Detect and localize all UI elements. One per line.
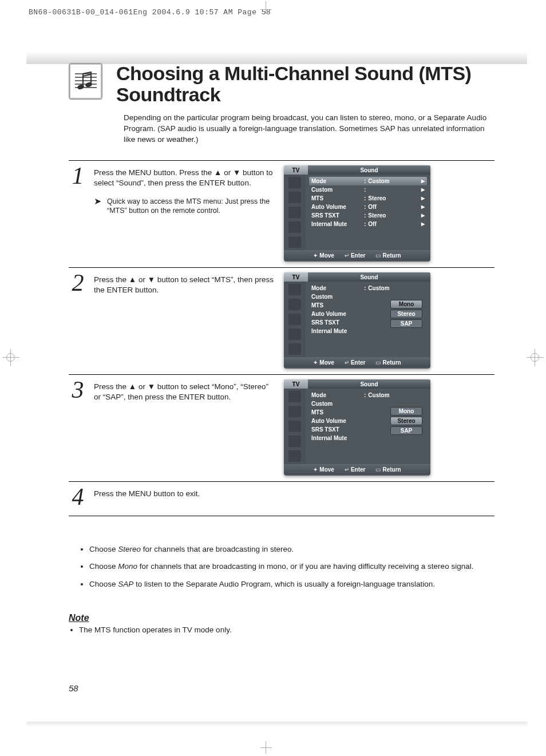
osd-popup-option: Mono bbox=[390, 407, 422, 415]
osd-category-icon bbox=[288, 436, 301, 447]
osd-panel: TVSoundMode:CustomCustomMTSAuto VolumeSR… bbox=[284, 379, 430, 476]
osd-popup: MonoStereoSAP bbox=[390, 407, 422, 435]
osd-item-label: Custom bbox=[311, 294, 362, 300]
osd-item-label: Internal Mute bbox=[311, 328, 362, 334]
osd-column: TVSoundMode:CustomCustomMTSAuto VolumeSR… bbox=[284, 379, 433, 476]
osd-category-icon bbox=[288, 192, 301, 203]
osd-source-tab: TV bbox=[284, 379, 308, 389]
osd-help-enter: ↵Enter bbox=[345, 466, 366, 473]
step-row: 2Press the ▲ or ▼ button to select “MTS”… bbox=[69, 268, 494, 375]
osd-colon: : bbox=[364, 178, 366, 184]
osd-category-icons bbox=[284, 175, 306, 250]
osd-item-row: Mode:Custom▶ bbox=[309, 177, 427, 185]
osd-help-return: ▭Return bbox=[375, 466, 401, 473]
chevron-right-icon: ▶ bbox=[421, 221, 425, 227]
osd-category-icon bbox=[288, 406, 301, 417]
osd-item-row: Internal Mute:Off▶ bbox=[309, 220, 427, 228]
osd-panel: TVSoundMode:Custom▶Custom:▶MTS:Stereo▶Au… bbox=[284, 165, 430, 262]
osd-colon: : bbox=[364, 221, 366, 227]
osd-category-icon bbox=[288, 284, 301, 295]
step-tip: ➤Quick way to access the MTS menu: Just … bbox=[94, 197, 277, 216]
osd-item-row: MTS:Stereo▶ bbox=[309, 194, 427, 203]
osd-popup: MonoStereoSAP bbox=[390, 300, 422, 328]
osd-column: TVSoundMode:Custom▶Custom:▶MTS:Stereo▶Au… bbox=[284, 165, 433, 262]
osd-panel: TVSoundMode:CustomCustomMTSAuto VolumeSR… bbox=[284, 272, 430, 369]
osd-help-enter: ↵Enter bbox=[345, 359, 366, 366]
osd-help-bar: ✦Move↵Enter▭Return bbox=[284, 250, 430, 260]
osd-item-label: MTS bbox=[311, 195, 362, 201]
osd-column bbox=[284, 486, 433, 510]
choice-bullets: Choose Stereo for channels that are broa… bbox=[79, 544, 494, 590]
sound-section-icon bbox=[69, 63, 102, 100]
page-number: 58 bbox=[69, 683, 78, 693]
note-item: The MTS function operates in TV mode onl… bbox=[79, 626, 494, 634]
osd-colon: : bbox=[364, 285, 366, 291]
osd-item-value: Off bbox=[368, 221, 421, 227]
osd-popup-option: SAP bbox=[390, 319, 422, 328]
osd-help-enter: ↵Enter bbox=[345, 252, 366, 259]
osd-colon: : bbox=[364, 195, 366, 201]
osd-source-tab: TV bbox=[284, 165, 308, 175]
step-text: Press the ▲ or ▼ button to select “Mono”… bbox=[94, 379, 277, 476]
osd-popup-option: Stereo bbox=[390, 417, 422, 425]
osd-item-label: Mode bbox=[311, 285, 362, 291]
osd-category-icons bbox=[284, 282, 306, 357]
registration-mark-icon bbox=[527, 349, 544, 366]
osd-item-label: MTS bbox=[311, 302, 362, 308]
osd-category-icon bbox=[288, 299, 301, 310]
osd-item-row: Auto Volume:Off▶ bbox=[309, 203, 427, 211]
tip-arrow-icon: ➤ bbox=[94, 197, 101, 216]
page-title: Choosing a Multi-Channel Sound (MTS) Sou… bbox=[116, 63, 494, 105]
osd-colon: : bbox=[364, 392, 366, 398]
osd-item-label: Auto Volume bbox=[311, 204, 362, 210]
chevron-right-icon: ▶ bbox=[421, 187, 425, 192]
step-text: Press the ▲ or ▼ button to select “MTS”,… bbox=[94, 272, 277, 369]
tip-text: Quick way to access the MTS menu: Just p… bbox=[107, 197, 277, 216]
osd-item-row: SRS TSXT:Stereo▶ bbox=[309, 211, 427, 220]
osd-popup-option: Mono bbox=[390, 300, 422, 308]
intro-paragraph: Depending on the particular program bein… bbox=[124, 113, 494, 145]
osd-item-label: SRS TSXT bbox=[311, 319, 362, 326]
crop-mark-icon bbox=[260, 0, 272, 17]
osd-menu-title: Sound bbox=[308, 165, 430, 175]
step-number: 1 bbox=[69, 165, 87, 262]
osd-category-icon bbox=[288, 391, 301, 402]
osd-item-label: Mode bbox=[311, 178, 362, 184]
osd-item-value: Custom bbox=[368, 178, 421, 184]
osd-category-icon bbox=[288, 343, 301, 355]
note-heading: Note bbox=[69, 613, 494, 623]
osd-item-list: Mode:CustomCustomMTSAuto VolumeSRS TSXTI… bbox=[306, 389, 430, 464]
osd-item-list: Mode:CustomCustomMTSAuto VolumeSRS TSXTI… bbox=[306, 282, 430, 357]
footer-band bbox=[26, 722, 527, 726]
osd-popup-option: Stereo bbox=[390, 310, 422, 318]
osd-category-icon bbox=[288, 328, 301, 340]
osd-item-row: Internal Mute bbox=[309, 434, 427, 442]
osd-item-label: MTS bbox=[311, 409, 362, 415]
osd-category-icon bbox=[288, 221, 301, 233]
note-body: The MTS function operates in TV mode onl… bbox=[79, 626, 494, 634]
crop-mark-icon bbox=[260, 738, 272, 755]
osd-source-tab: TV bbox=[284, 272, 308, 282]
osd-item-value: Off bbox=[368, 204, 421, 210]
chevron-right-icon: ▶ bbox=[421, 179, 425, 184]
osd-column: TVSoundMode:CustomCustomMTSAuto VolumeSR… bbox=[284, 272, 433, 369]
osd-item-label: Internal Mute bbox=[311, 435, 362, 441]
osd-category-icon bbox=[288, 450, 301, 462]
osd-item-row: Custom:▶ bbox=[309, 185, 427, 194]
osd-category-icon bbox=[288, 314, 301, 325]
osd-menu-title: Sound bbox=[308, 272, 430, 282]
step-number: 2 bbox=[69, 272, 87, 369]
step-number: 4 bbox=[69, 486, 87, 510]
step-number: 3 bbox=[69, 379, 87, 476]
osd-item-label: Custom bbox=[311, 401, 362, 407]
osd-item-label: Auto Volume bbox=[311, 418, 362, 424]
chevron-right-icon: ▶ bbox=[421, 213, 425, 218]
chevron-right-icon: ▶ bbox=[421, 204, 425, 209]
osd-item-label: Internal Mute bbox=[311, 221, 362, 227]
osd-item-value: Stereo bbox=[368, 212, 421, 219]
choice-bullet-item: Choose Stereo for channels that are broa… bbox=[89, 544, 494, 555]
osd-popup-option: SAP bbox=[390, 426, 422, 435]
choice-bullet-item: Choose Mono for channels that are broadc… bbox=[89, 561, 494, 572]
osd-item-label: SRS TSXT bbox=[311, 212, 362, 219]
osd-category-icon bbox=[288, 236, 301, 248]
